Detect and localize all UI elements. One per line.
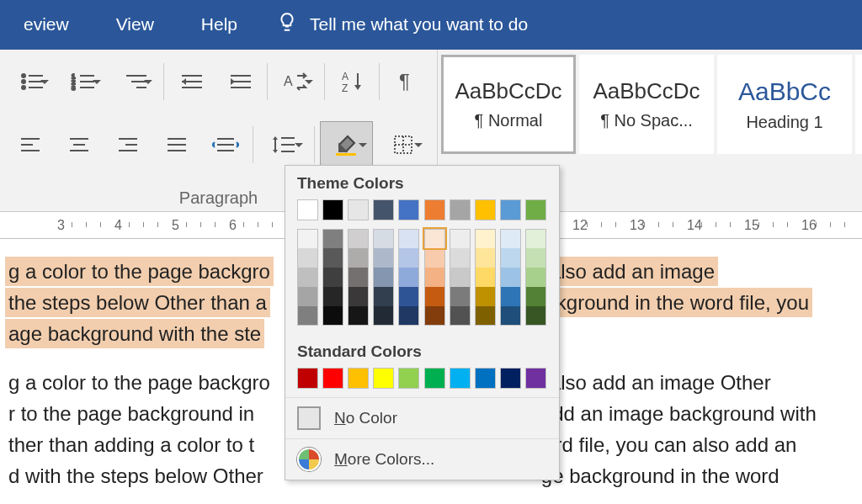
align-left-button[interactable] — [8, 121, 52, 168]
theme-tint-swatch[interactable] — [322, 248, 343, 268]
theme-color-swatch[interactable] — [348, 199, 369, 220]
text-direction-button[interactable]: A — [273, 58, 319, 105]
svg-text:3: 3 — [72, 84, 76, 92]
theme-color-swatch[interactable] — [424, 199, 445, 220]
theme-tint-swatch[interactable] — [322, 268, 343, 287]
theme-tint-swatch[interactable] — [297, 248, 318, 268]
theme-color-swatch[interactable] — [450, 199, 471, 220]
theme-tint-swatch[interactable] — [322, 306, 343, 326]
no-color-item[interactable]: No Color — [285, 397, 559, 438]
theme-tint-swatch[interactable] — [525, 287, 546, 306]
theme-tint-swatch[interactable] — [500, 268, 521, 287]
theme-color-swatch[interactable] — [297, 199, 318, 220]
svg-text:¶: ¶ — [399, 70, 410, 93]
theme-tint-swatch[interactable] — [500, 229, 521, 248]
ribbon-tab-review[interactable]: eview — [0, 0, 93, 48]
line-spacing-button[interactable] — [258, 121, 309, 168]
theme-tint-swatch[interactable] — [424, 248, 445, 268]
ribbon-tab-help[interactable]: Help — [178, 0, 261, 48]
more-colors-item[interactable]: More Colors... — [285, 438, 559, 480]
theme-tint-swatch[interactable] — [322, 229, 343, 248]
standard-color-swatch[interactable] — [500, 368, 521, 389]
standard-color-swatch[interactable] — [373, 368, 394, 389]
svg-rect-45 — [336, 153, 356, 156]
theme-tint-swatch[interactable] — [398, 287, 419, 306]
theme-tint-swatch[interactable] — [525, 268, 546, 287]
theme-tint-swatch[interactable] — [373, 287, 394, 306]
style-normal[interactable]: AaBbCcDc Normal — [441, 55, 576, 154]
theme-tint-swatch[interactable] — [450, 268, 471, 287]
bullets-button[interactable] — [8, 58, 55, 105]
theme-tint-swatch[interactable] — [475, 229, 496, 248]
theme-tint-swatch[interactable] — [373, 306, 394, 326]
standard-color-swatch[interactable] — [297, 368, 318, 389]
theme-tint-swatch[interactable] — [398, 306, 419, 326]
theme-tint-swatch[interactable] — [475, 268, 496, 287]
theme-tint-swatch[interactable] — [373, 229, 394, 248]
theme-tint-swatch[interactable] — [297, 306, 318, 326]
theme-tint-swatch[interactable] — [500, 306, 521, 326]
theme-tint-swatch[interactable] — [373, 268, 394, 287]
theme-tint-swatch[interactable] — [475, 306, 496, 326]
theme-tint-swatch[interactable] — [525, 229, 546, 248]
theme-color-swatch[interactable] — [322, 199, 343, 220]
theme-tint-swatch[interactable] — [450, 306, 471, 326]
ruler-mark: 5 — [172, 218, 179, 233]
theme-tint-swatch[interactable] — [450, 287, 471, 306]
theme-tint-swatch[interactable] — [424, 229, 445, 248]
increase-indent-button[interactable] — [218, 58, 262, 105]
theme-tint-swatch[interactable] — [348, 287, 369, 306]
theme-tint-swatch[interactable] — [450, 248, 471, 268]
standard-color-swatch[interactable] — [525, 368, 546, 389]
sort-button[interactable]: AZ — [330, 58, 374, 105]
theme-tint-swatch[interactable] — [398, 268, 419, 287]
theme-tint-swatch[interactable] — [373, 248, 394, 268]
align-justify-button[interactable] — [155, 121, 199, 168]
standard-color-swatch[interactable] — [322, 368, 343, 389]
style-more[interactable]: A — [855, 55, 862, 154]
theme-tint-swatch[interactable] — [398, 229, 419, 248]
theme-color-swatch[interactable] — [475, 199, 496, 220]
theme-tint-swatch[interactable] — [450, 229, 471, 248]
theme-tint-swatch[interactable] — [500, 248, 521, 268]
decrease-indent-button[interactable] — [169, 58, 213, 105]
style-heading-1[interactable]: AaBbCc Heading 1 — [717, 55, 852, 154]
theme-color-swatch[interactable] — [373, 199, 394, 220]
theme-tint-swatch[interactable] — [348, 229, 369, 248]
theme-tint-swatch[interactable] — [297, 287, 318, 306]
multilevel-list-button[interactable] — [112, 58, 158, 105]
tell-me-search[interactable]: Tell me what you want to do — [310, 14, 528, 34]
theme-tint-swatch[interactable] — [525, 248, 546, 268]
standard-color-swatch[interactable] — [348, 368, 369, 389]
align-distributed-button[interactable] — [204, 121, 247, 168]
standard-color-swatch[interactable] — [424, 368, 445, 389]
standard-color-swatch[interactable] — [450, 368, 471, 389]
theme-color-swatch[interactable] — [525, 199, 546, 220]
borders-button[interactable] — [378, 121, 428, 168]
theme-tint-swatch[interactable] — [424, 268, 445, 287]
theme-tint-swatch[interactable] — [297, 268, 318, 287]
theme-tint-swatch[interactable] — [398, 248, 419, 268]
theme-color-swatch[interactable] — [398, 199, 419, 220]
theme-tint-swatch[interactable] — [525, 306, 546, 326]
theme-tint-swatch[interactable] — [475, 248, 496, 268]
style-no-spacing[interactable]: AaBbCcDc No Spac... — [579, 55, 714, 154]
theme-tint-swatch[interactable] — [322, 287, 343, 306]
align-right-button[interactable] — [106, 121, 150, 168]
numbering-button[interactable]: 123 — [60, 58, 106, 105]
theme-tint-swatch[interactable] — [297, 229, 318, 248]
theme-tint-swatch[interactable] — [348, 248, 369, 268]
standard-color-swatch[interactable] — [475, 368, 496, 389]
theme-tint-swatch[interactable] — [424, 306, 445, 326]
align-center-button[interactable] — [57, 121, 101, 168]
theme-tint-swatch[interactable] — [348, 268, 369, 287]
shading-button[interactable] — [320, 121, 374, 168]
theme-tint-swatch[interactable] — [348, 306, 369, 326]
theme-tint-swatch[interactable] — [500, 287, 521, 306]
ribbon-tab-view[interactable]: View — [93, 0, 178, 48]
theme-tint-swatch[interactable] — [475, 287, 496, 306]
theme-color-swatch[interactable] — [500, 199, 521, 220]
standard-color-swatch[interactable] — [398, 368, 419, 389]
theme-tint-swatch[interactable] — [424, 287, 445, 306]
show-hide-pilcrow-button[interactable]: ¶ — [385, 58, 428, 105]
